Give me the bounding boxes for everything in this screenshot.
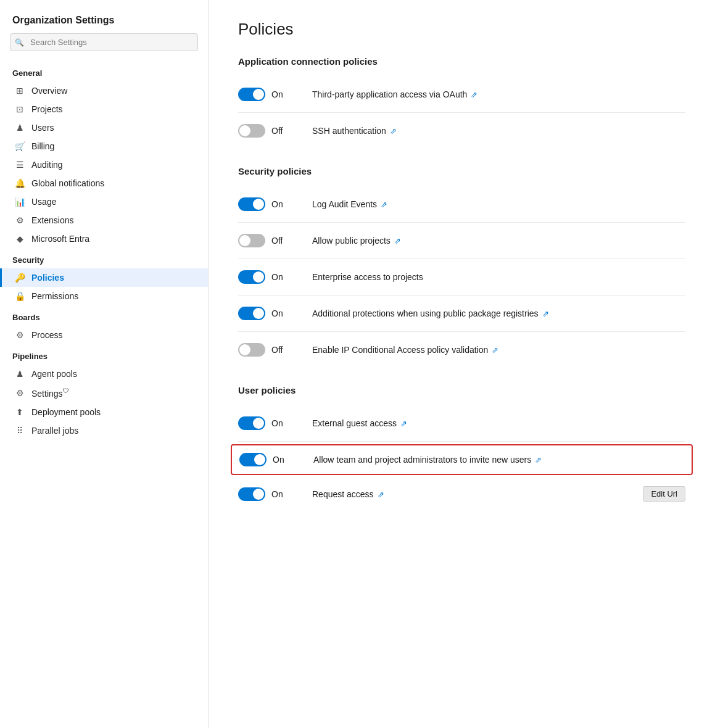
toggle-public-projects[interactable] [238,234,265,247]
sidebar-item-overview[interactable]: ⊞Overview [0,81,208,100]
sidebar-item-label-agent-pools: Agent pools [31,369,77,379]
sidebar-item-parallel-jobs[interactable]: ⠿Parallel jobs [0,421,208,440]
toggle-oauth[interactable] [238,88,265,101]
policy-link-invite-users[interactable]: ⇗ [535,455,542,465]
toggle-enterprise-access[interactable] [238,270,265,284]
toggle-ssh[interactable] [238,124,265,138]
policy-link-log-audit[interactable]: ⇗ [381,200,387,209]
policy-text-public-projects: Allow public projects⇗ [312,236,685,246]
toggle-request-access[interactable] [238,487,265,501]
toggle-additional-protections[interactable] [238,307,265,320]
policy-text-external-guest: External guest access⇗ [312,418,685,428]
divider [238,222,685,223]
sidebar-item-deployment-pools[interactable]: ⬆Deployment pools [0,403,208,421]
policy-row-enterprise-access: OnEnterprise access to projects [238,262,685,292]
policy-row-external-guest: OnExternal guest access⇗ [238,408,685,439]
policy-link-public-projects[interactable]: ⇗ [394,236,401,246]
section-title-application-connection: Application connection policies [238,56,685,67]
sidebar-item-global-notifications[interactable]: 🔔Global notifications [0,174,208,192]
settings-icon: ⚙ [14,388,25,398]
sidebar-section-boards: Boards [0,305,208,326]
section-title-security: Security policies [238,166,685,176]
policy-row-additional-protections: OnAdditional protections when using publ… [238,298,685,329]
policy-sections: Application connection policiesOnThird-p… [238,56,685,510]
policy-link-ssh[interactable]: ⇗ [390,126,397,136]
toggle-wrap-external-guest: On [238,416,312,430]
policy-row-invite-users: OnAllow team and project administrators … [231,444,693,475]
policy-text-request-access: Request access⇗ [312,489,635,499]
sidebar-item-permissions[interactable]: 🔒Permissions [0,287,208,305]
parallel-jobs-icon: ⠿ [14,426,25,436]
sidebar-item-microsoft-entra[interactable]: ◆Microsoft Entra [0,230,208,248]
toggle-wrap-enterprise-access: On [238,270,312,284]
toggle-ip-conditional[interactable] [238,343,265,357]
toggle-knob-oauth [253,89,264,100]
toggle-label-oauth: On [271,89,286,99]
toggle-wrap-ssh: Off [238,124,312,138]
sidebar-item-process[interactable]: ⚙Process [0,326,208,344]
section-security: Security policiesOnLog Audit Events⇗OffA… [238,166,685,365]
sidebar-item-auditing[interactable]: ☰Auditing [0,155,208,174]
billing-icon: 🛒 [14,141,25,151]
section-user: User policiesOnExternal guest access⇗OnA… [238,385,685,510]
sidebar-item-billing[interactable]: 🛒Billing [0,137,208,155]
toggle-external-guest[interactable] [238,416,265,430]
toggle-label-request-access: On [271,489,286,499]
divider [238,112,685,113]
toggle-log-audit[interactable] [238,197,265,211]
sidebar-item-label-permissions: Permissions [31,291,78,301]
toggle-knob-invite-users [254,454,265,465]
policy-text-additional-protections: Additional protections when using public… [312,308,685,318]
policy-link-external-guest[interactable]: ⇗ [400,419,407,428]
search-box: 🔍 [10,33,198,51]
toggle-knob-request-access [253,489,264,500]
sidebar-item-label-deployment-pools: Deployment pools [31,407,101,417]
section-title-user: User policies [238,385,685,395]
overview-icon: ⊞ [14,86,25,96]
toggle-wrap-oauth: On [238,88,312,101]
extensions-icon: ⚙ [14,215,25,225]
divider [238,295,685,296]
toggle-knob-enterprise-access [253,271,264,283]
edit-url-button-request-access[interactable]: Edit Url [643,486,685,502]
sidebar-item-extensions[interactable]: ⚙Extensions [0,211,208,230]
policy-link-oauth[interactable]: ⇗ [471,90,477,99]
toggle-label-ssh: Off [271,126,286,136]
policy-link-request-access[interactable]: ⇗ [378,490,384,499]
sidebar-item-label-settings: Settings🛡 [31,387,69,399]
toggle-label-external-guest: On [271,418,286,428]
divider [238,259,685,259]
policy-text-ssh: SSH authentication⇗ [312,126,685,136]
toggle-wrap-request-access: On [238,487,312,501]
toggle-invite-users[interactable] [239,453,267,466]
policy-text-oauth: Third-party application access via OAuth… [312,89,685,99]
toggle-knob-public-projects [239,235,250,246]
policy-text-enterprise-access: Enterprise access to projects [312,272,685,282]
usage-icon: 📊 [14,197,25,207]
sidebar-item-usage[interactable]: 📊Usage [0,192,208,211]
global-notifications-icon: 🔔 [14,178,25,188]
microsoft-entra-icon: ◆ [14,234,25,244]
sidebar-item-users[interactable]: ♟Users [0,118,208,137]
toggle-wrap-additional-protections: On [238,307,312,320]
users-icon: ♟ [14,123,25,133]
policy-text-ip-conditional: Enable IP Conditional Access policy vali… [312,345,685,355]
sidebar-item-projects[interactable]: ⊡Projects [0,100,208,118]
sidebar-item-label-microsoft-entra: Microsoft Entra [31,234,89,244]
policy-link-additional-protections[interactable]: ⇗ [542,309,549,318]
policy-link-ip-conditional[interactable]: ⇗ [492,345,498,355]
toggle-knob-ip-conditional [239,344,250,355]
sidebar-title: Organization Settings [0,10,208,33]
toggle-knob-ssh [239,125,250,136]
toggle-label-additional-protections: On [271,308,286,318]
toggle-wrap-invite-users: On [239,453,313,466]
sidebar-item-agent-pools[interactable]: ♟Agent pools [0,365,208,383]
toggle-wrap-public-projects: Off [238,234,312,247]
sidebar-section-security: Security [0,248,208,268]
divider [238,441,685,442]
sidebar-item-policies[interactable]: 🔑Policies [0,268,208,287]
search-input[interactable] [10,33,198,51]
toggle-label-log-audit: On [271,199,286,209]
sidebar-item-label-projects: Projects [31,104,63,114]
sidebar-item-settings[interactable]: ⚙Settings🛡 [0,383,208,403]
